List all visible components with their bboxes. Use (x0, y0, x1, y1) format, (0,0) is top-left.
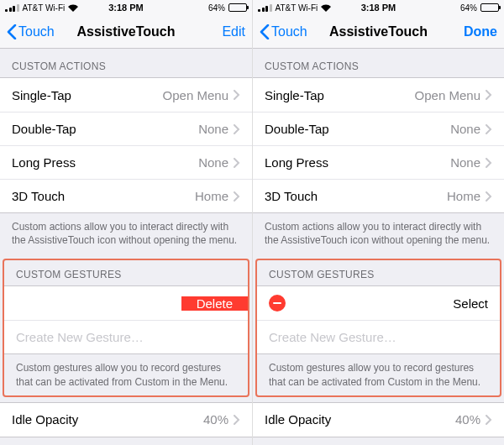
custom-actions-group: Single-Tap Open Menu Double-Tap None Lon… (253, 77, 504, 213)
chevron-right-icon (234, 90, 240, 100)
chevron-right-icon (234, 124, 240, 134)
cell-value: None (198, 155, 228, 170)
cell-3d-touch[interactable]: 3D Touch Home (253, 179, 504, 212)
cell-label: Long Press (12, 155, 76, 170)
cell-double-tap[interactable]: Double-Tap None (0, 112, 252, 145)
edit-button[interactable]: Edit (222, 24, 245, 39)
cell-label: 3D Touch (265, 189, 318, 203)
cell-single-tap[interactable]: Single-Tap Open Menu (253, 78, 504, 112)
cell-label: Single-Tap (12, 88, 71, 102)
nav-bar: Touch AssistiveTouch Edit (0, 15, 252, 49)
clock: 3:18 PM (253, 3, 504, 13)
chevron-right-icon (234, 415, 240, 425)
cell-label: 3D Touch (12, 189, 65, 203)
section-footer-custom-actions: Custom actions allow you to interact dir… (253, 213, 504, 259)
cell-single-tap[interactable]: Single-Tap Open Menu (0, 78, 252, 112)
cell-idle-opacity[interactable]: Idle Opacity 40% (253, 403, 504, 437)
back-button[interactable]: Touch (260, 24, 307, 39)
clock: 3:18 PM (0, 3, 252, 13)
done-button[interactable]: Done (464, 24, 497, 39)
section-header-custom-actions: CUSTOM ACTIONS (0, 49, 252, 77)
delete-minus-icon[interactable] (269, 295, 286, 312)
section-header-custom-gestures: CUSTOM GESTURES (4, 260, 248, 285)
gesture-row-swiped[interactable]: Delete (4, 286, 248, 320)
cell-value: None (450, 122, 480, 136)
section-header-custom-gestures: CUSTOM GESTURES (257, 260, 500, 285)
custom-gestures-group: Delete Create New Gesture… (4, 285, 248, 354)
chevron-right-icon (486, 158, 492, 168)
highlight-box: CUSTOM GESTURES Delete Create New Gestur… (3, 259, 249, 396)
section-footer-custom-gestures: Custom gestures allow you to record gest… (257, 354, 500, 395)
back-button[interactable]: Touch (7, 24, 55, 39)
battery-icon (480, 3, 499, 12)
chevron-right-icon (486, 415, 492, 425)
cell-idle-opacity[interactable]: Idle Opacity 40% (0, 403, 252, 437)
screenshot-right: AT&T Wi-Fi 3:18 PM 64% Touch AssistiveTo… (252, 0, 504, 445)
idle-opacity-group: Idle Opacity 40% (0, 402, 252, 437)
cell-label: Idle Opacity (12, 412, 78, 427)
nav-bar: Touch AssistiveTouch Done (253, 15, 504, 49)
cell-3d-touch[interactable]: 3D Touch Home (0, 179, 252, 212)
cell-label: Double-Tap (265, 122, 329, 136)
screenshot-left: AT&T Wi-Fi 3:18 PM 64% Touch AssistiveTo… (0, 0, 252, 445)
create-gesture-row[interactable]: Create New Gesture… (4, 320, 248, 353)
cell-value: 40% (455, 412, 480, 427)
cell-value: Open Menu (163, 88, 228, 102)
cell-value: Home (195, 189, 228, 203)
cell-double-tap[interactable]: Double-Tap None (253, 112, 504, 145)
cell-label: Idle Opacity (265, 412, 331, 427)
cell-label: Single-Tap (265, 88, 324, 102)
back-label: Touch (271, 24, 307, 39)
status-bar: AT&T Wi-Fi 3:18 PM 64% (253, 0, 504, 15)
create-gesture-row[interactable]: Create New Gesture… (257, 320, 500, 353)
section-footer-custom-actions: Custom actions allow you to interact dir… (0, 213, 252, 259)
chevron-right-icon (486, 124, 492, 134)
status-bar: AT&T Wi-Fi 3:18 PM 64% (0, 0, 252, 15)
chevron-right-icon (234, 191, 240, 202)
section-header-pointer-devices: POINTER DEVICES (253, 437, 504, 445)
gesture-row-edit[interactable]: Select (257, 286, 500, 320)
highlight-box: CUSTOM GESTURES Select Create New Gestur… (255, 259, 501, 396)
section-footer-custom-gestures: Custom gestures allow you to record gest… (4, 354, 248, 395)
section-header-pointer-devices: POINTER DEVICES (0, 437, 252, 445)
battery-icon (228, 3, 247, 12)
custom-gestures-group: Select Create New Gesture… (257, 285, 500, 354)
section-header-custom-actions: CUSTOM ACTIONS (253, 49, 504, 77)
cell-value: None (198, 122, 228, 136)
cell-label: Long Press (265, 155, 328, 170)
cell-long-press[interactable]: Long Press None (253, 145, 504, 179)
back-label: Touch (18, 24, 55, 39)
gesture-name: Select (453, 296, 488, 311)
custom-actions-group: Single-Tap Open Menu Double-Tap None Lon… (0, 77, 252, 213)
chevron-left-icon (7, 24, 17, 39)
create-gesture-label: Create New Gesture… (16, 330, 144, 344)
cell-value: Home (447, 189, 480, 203)
cell-label: Double-Tap (12, 122, 76, 136)
chevron-right-icon (486, 90, 492, 100)
idle-opacity-group: Idle Opacity 40% (253, 402, 504, 437)
chevron-right-icon (234, 158, 240, 168)
chevron-right-icon (486, 191, 492, 202)
cell-value: 40% (203, 412, 228, 427)
cell-long-press[interactable]: Long Press None (0, 145, 252, 179)
delete-button[interactable]: Delete (181, 296, 248, 311)
chevron-left-icon (260, 24, 270, 39)
create-gesture-label: Create New Gesture… (269, 330, 396, 344)
cell-value: None (450, 155, 480, 170)
cell-value: Open Menu (415, 88, 480, 102)
